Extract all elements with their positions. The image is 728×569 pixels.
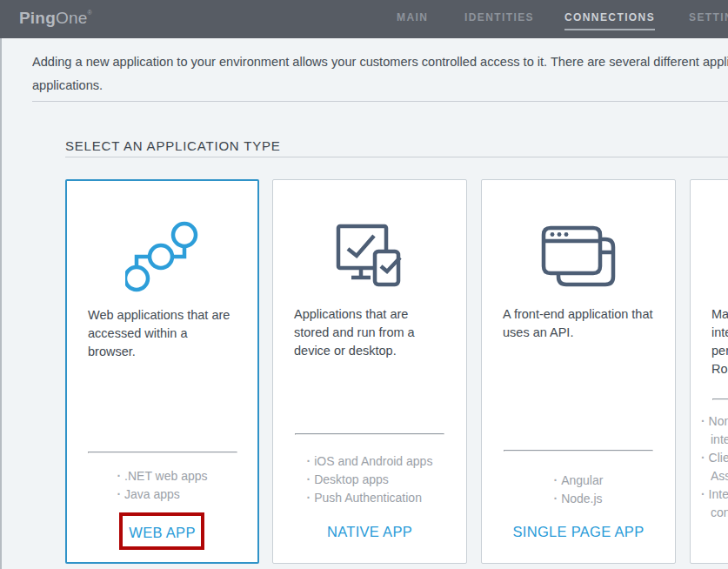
card-example-list: Angular Node.js: [554, 472, 604, 508]
devices-check-icon: [273, 218, 466, 293]
card-example-list: .NET web apps Java apps: [117, 467, 207, 504]
example-item: iOS and Android apps: [307, 452, 433, 471]
logo-one: One: [56, 9, 88, 27]
card-description: Web applications that are accessed withi…: [67, 306, 257, 361]
divider: [32, 101, 728, 102]
example-item: Node.js: [554, 490, 604, 508]
card-native-app[interactable]: Applications that are stored and run fro…: [272, 179, 467, 564]
example-item: Desktop apps: [307, 471, 433, 489]
example-item: Push Authentication: [307, 489, 433, 507]
card-description: A front-end application that uses an API…: [482, 305, 675, 342]
browser-windows-icon: [482, 218, 675, 293]
card-example-list: Non-interactive integrations Client Cred…: [701, 412, 728, 522]
example-item: Java apps: [117, 485, 207, 504]
divider: [65, 157, 728, 157]
card-divider: [88, 452, 237, 453]
card-worker[interactable]: Management integration with permissions …: [690, 179, 728, 564]
example-item: .NET web apps: [117, 467, 207, 485]
nav-tab-main[interactable]: MAIN: [397, 11, 428, 29]
native-app-link[interactable]: NATIVE APP: [273, 524, 466, 540]
card-example-list: iOS and Android apps Desktop apps Push A…: [307, 452, 433, 507]
card-divider: [504, 450, 653, 452]
single-page-app-link[interactable]: SINGLE PAGE APP: [482, 524, 675, 540]
page-description: Adding a new application to your environ…: [32, 50, 728, 97]
nav-tab-identities[interactable]: IDENTITIES: [464, 11, 534, 29]
description-line-2: applications.: [32, 74, 728, 97]
example-item: Angular: [554, 472, 604, 490]
card-web-app[interactable]: Web applications that are accessed withi…: [65, 179, 259, 564]
example-item: Client Credentials Assignments: [701, 449, 728, 485]
card-description: Management integration with permissions …: [691, 305, 728, 378]
web-app-link[interactable]: WEB APP: [67, 525, 257, 541]
worker-link[interactable]: WORKER: [691, 524, 728, 540]
workflow-nodes-icon: [67, 219, 257, 294]
pingone-logo: PingOne®: [19, 9, 92, 28]
top-nav-bar: PingOne® MAIN IDENTITIES CONNECTIONS SET…: [0, 0, 728, 38]
card-description: Applications that are stored and run fro…: [273, 305, 466, 360]
description-line-1: Adding a new application to your environ…: [32, 50, 728, 74]
nav-tab-connections[interactable]: CONNECTIONS: [564, 11, 655, 30]
card-divider: [295, 433, 444, 435]
example-item: Integration connectors: [701, 485, 728, 522]
card-divider: [712, 398, 728, 400]
section-heading: SELECT AN APPLICATION TYPE: [65, 138, 281, 153]
nav-tab-settings[interactable]: SETTINGS: [689, 11, 728, 29]
example-item: Non-interactive integrations: [701, 412, 728, 449]
card-single-page-app[interactable]: A front-end application that uses an API…: [481, 179, 676, 564]
logo-trademark: ®: [87, 10, 91, 16]
logo-ping: Ping: [19, 9, 56, 27]
